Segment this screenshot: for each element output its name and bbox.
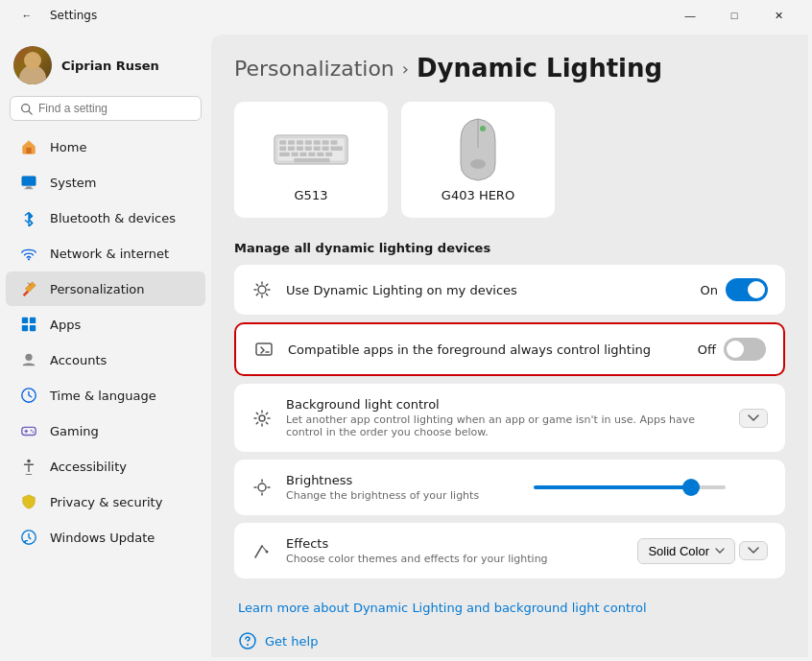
sidebar-item-label: Network & internet bbox=[50, 247, 169, 261]
svg-line-1 bbox=[29, 110, 32, 113]
effects-expand-button[interactable] bbox=[739, 541, 768, 560]
breadcrumb-parent[interactable]: Personalization bbox=[234, 57, 394, 81]
row-subtitle-brightness: Change the brightness of your lights bbox=[286, 489, 520, 502]
sidebar-item-label: Privacy & security bbox=[50, 495, 162, 509]
svg-line-65 bbox=[262, 546, 266, 551]
sidebar-item-home[interactable]: Home bbox=[6, 130, 205, 164]
toggle-thumb-off bbox=[727, 341, 744, 358]
svg-line-53 bbox=[266, 294, 267, 295]
apps-icon bbox=[19, 315, 38, 334]
svg-rect-38 bbox=[292, 153, 299, 156]
personalization-icon bbox=[19, 279, 38, 298]
breadcrumb: Personalization › Dynamic Lighting bbox=[234, 54, 785, 83]
row-control-effects: Solid Color bbox=[637, 538, 768, 564]
learn-more-link[interactable]: Learn more about Dynamic Lighting and ba… bbox=[238, 601, 647, 615]
svg-rect-28 bbox=[322, 140, 329, 144]
row-control-background-light bbox=[739, 409, 768, 428]
svg-rect-3 bbox=[22, 177, 36, 186]
manage-header: Manage all dynamic lighting devices bbox=[234, 241, 785, 255]
device-name-g403: G403 HERO bbox=[442, 188, 514, 202]
settings-card-brightness: Brightness Change the brightness of your… bbox=[234, 460, 785, 515]
svg-rect-42 bbox=[325, 153, 332, 156]
time-icon bbox=[19, 386, 38, 405]
titlebar-controls: — □ ✕ bbox=[668, 0, 800, 31]
sidebar-item-system[interactable]: System bbox=[6, 165, 205, 200]
sidebar-item-gaming[interactable]: Gaming bbox=[6, 413, 205, 448]
close-button[interactable]: ✕ bbox=[756, 0, 800, 31]
row-title-brightness: Brightness bbox=[286, 473, 520, 487]
maximize-button[interactable]: □ bbox=[712, 0, 756, 31]
breadcrumb-current: Dynamic Lighting bbox=[417, 54, 662, 83]
titlebar: ← Settings — □ ✕ bbox=[0, 0, 812, 31]
row-subtitle-effects: Choose color themes and effects for your… bbox=[286, 553, 624, 565]
svg-rect-33 bbox=[305, 146, 312, 150]
chevron-down-icon bbox=[748, 547, 759, 555]
svg-point-66 bbox=[266, 551, 269, 554]
toggle-compatible-apps[interactable] bbox=[724, 338, 766, 361]
svg-rect-35 bbox=[322, 146, 329, 150]
svg-rect-24 bbox=[288, 140, 295, 144]
device-cards: G513 G403 HERO bbox=[234, 102, 785, 218]
svg-rect-23 bbox=[279, 140, 286, 144]
sidebar-item-accessibility[interactable]: Accessibility bbox=[6, 449, 205, 484]
settings-row-effects: Effects Choose color themes and effects … bbox=[234, 523, 785, 578]
svg-rect-41 bbox=[317, 153, 323, 156]
effects-icon bbox=[251, 540, 273, 561]
sidebar-item-time[interactable]: Time & language bbox=[6, 378, 205, 413]
back-button[interactable]: ← bbox=[12, 0, 42, 31]
svg-point-46 bbox=[470, 159, 486, 169]
sidebar-item-accounts[interactable]: Accounts bbox=[6, 342, 205, 377]
brightness-icon bbox=[251, 477, 273, 498]
svg-point-18 bbox=[33, 431, 35, 433]
chevron-down-icon bbox=[715, 548, 725, 555]
accessibility-icon bbox=[19, 457, 38, 476]
device-card-g403[interactable]: G403 HERO bbox=[401, 102, 555, 218]
search-input[interactable] bbox=[38, 102, 191, 115]
row-text-compatible-apps: Compatible apps in the foreground always… bbox=[288, 342, 684, 357]
sidebar-item-network[interactable]: Network & internet bbox=[6, 236, 205, 271]
svg-rect-36 bbox=[330, 146, 342, 150]
help-icon bbox=[238, 631, 257, 650]
sidebar-item-apps[interactable]: Apps bbox=[6, 307, 205, 342]
row-title-compatible-apps: Compatible apps in the foreground always… bbox=[288, 342, 684, 357]
expand-background-light-button[interactable] bbox=[739, 409, 768, 428]
svg-rect-30 bbox=[279, 146, 286, 150]
brightness-slider[interactable] bbox=[534, 485, 726, 489]
device-card-g513[interactable]: G513 bbox=[234, 102, 388, 218]
settings-row-brightness: Brightness Change the brightness of your… bbox=[234, 460, 785, 515]
effects-dropdown-value: Solid Color bbox=[648, 544, 709, 558]
row-subtitle-background-light: Let another app control lighting when an… bbox=[286, 413, 726, 438]
toggle-label-on: On bbox=[701, 283, 718, 297]
svg-point-58 bbox=[259, 415, 265, 421]
sidebar-item-privacy[interactable]: Privacy & security bbox=[6, 484, 205, 519]
svg-point-68 bbox=[247, 644, 249, 646]
effects-dropdown-button[interactable]: Solid Color bbox=[637, 538, 735, 564]
row-text-effects: Effects Choose color themes and effects … bbox=[286, 536, 624, 565]
svg-rect-25 bbox=[297, 140, 303, 144]
settings-card-background-light: Background light control Let another app… bbox=[234, 384, 785, 452]
sidebar-item-label: Personalization bbox=[50, 282, 145, 296]
gaming-icon bbox=[19, 421, 38, 440]
app-body: Ciprian Rusen Home bbox=[0, 31, 812, 661]
minimize-button[interactable]: — bbox=[668, 0, 712, 31]
settings-row-use-dynamic-lighting: Use Dynamic Lighting on my devices On bbox=[234, 265, 785, 315]
svg-point-17 bbox=[31, 430, 33, 432]
user-name: Ciprian Rusen bbox=[61, 59, 159, 73]
titlebar-left: ← Settings bbox=[12, 0, 97, 31]
sidebar-item-windows-update[interactable]: Windows Update bbox=[6, 520, 205, 555]
get-help-link[interactable]: Get help bbox=[265, 634, 318, 649]
network-icon bbox=[19, 244, 38, 263]
svg-point-6 bbox=[28, 258, 30, 260]
toggle-dynamic-lighting[interactable] bbox=[726, 278, 768, 301]
sidebar-item-bluetooth[interactable]: Bluetooth & devices bbox=[6, 201, 205, 235]
sidebar-item-personalization[interactable]: Personalization bbox=[6, 271, 205, 306]
device-name-g513: G513 bbox=[295, 188, 328, 202]
row-title-effects: Effects bbox=[286, 536, 624, 551]
svg-rect-31 bbox=[288, 146, 295, 150]
sidebar-item-label: Bluetooth & devices bbox=[50, 211, 176, 225]
user-profile[interactable]: Ciprian Rusen bbox=[0, 31, 211, 96]
search-box[interactable] bbox=[10, 96, 202, 121]
svg-point-45 bbox=[480, 126, 486, 131]
svg-line-52 bbox=[256, 284, 257, 285]
links-section: Learn more about Dynamic Lighting and ba… bbox=[234, 598, 785, 650]
